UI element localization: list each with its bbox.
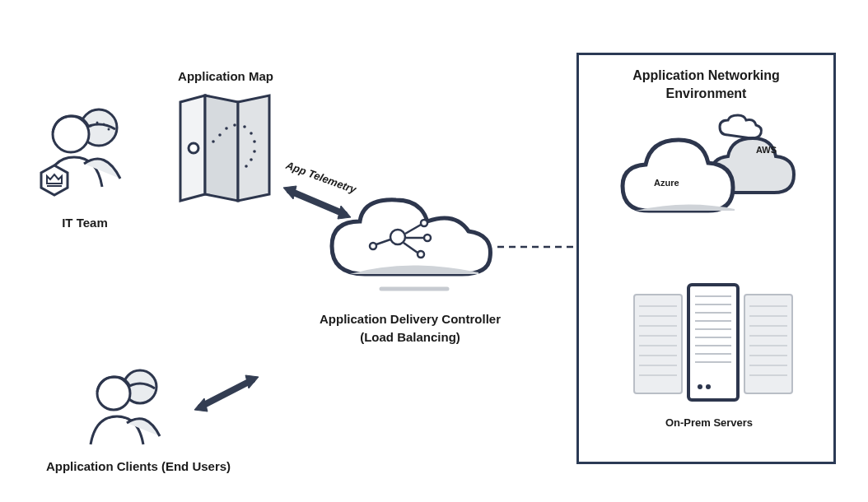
- svg-point-65: [706, 384, 711, 389]
- svg-point-16: [253, 150, 256, 153]
- svg-point-64: [698, 384, 702, 389]
- env-title-line2: Environment: [666, 86, 747, 100]
- app-map-icon: [175, 91, 276, 206]
- svg-line-68: [201, 380, 252, 407]
- svg-point-13: [243, 125, 246, 128]
- svg-point-24: [421, 220, 427, 226]
- it-team-label: IT Team: [31, 216, 138, 230]
- svg-point-9: [212, 140, 215, 143]
- svg-rect-37: [744, 295, 792, 393]
- svg-point-2: [96, 122, 99, 124]
- adc-label-line2: (Load Balancing): [295, 330, 525, 344]
- svg-point-10: [218, 133, 222, 137]
- svg-marker-6: [41, 165, 68, 195]
- svg-rect-54: [688, 285, 738, 400]
- onprem-servers-icon: [626, 280, 800, 405]
- svg-point-11: [225, 127, 228, 130]
- onprem-label: On-Prem Servers: [623, 416, 796, 429]
- svg-marker-69: [194, 398, 208, 411]
- svg-point-22: [390, 230, 405, 244]
- svg-marker-20: [283, 186, 296, 199]
- svg-marker-70: [245, 375, 259, 388]
- svg-point-4: [108, 128, 110, 131]
- clouds-icon: [613, 114, 810, 229]
- aws-label: AWS: [756, 145, 777, 155]
- app-map-label: Application Map: [164, 69, 287, 83]
- svg-point-8: [189, 143, 198, 153]
- svg-point-28: [418, 251, 424, 258]
- adc-label-line1: Application Delivery Controller: [295, 312, 525, 326]
- svg-point-17: [250, 158, 253, 161]
- svg-point-15: [253, 140, 256, 143]
- svg-point-18: [245, 165, 248, 168]
- env-title-line1: Application Networking: [632, 68, 780, 82]
- azure-label: Azure: [654, 178, 679, 188]
- clients-icon: [79, 362, 176, 453]
- it-team-icon: [31, 98, 138, 205]
- arrow-clients-to-adc: [191, 370, 262, 416]
- svg-point-12: [233, 123, 236, 127]
- adc-cloud-icon: [324, 192, 497, 299]
- svg-point-30: [370, 243, 376, 249]
- svg-point-14: [250, 132, 253, 135]
- svg-point-26: [424, 235, 431, 241]
- svg-point-3: [103, 123, 105, 126]
- svg-rect-36: [634, 295, 682, 393]
- clients-label: Application Clients (End Users): [40, 459, 237, 473]
